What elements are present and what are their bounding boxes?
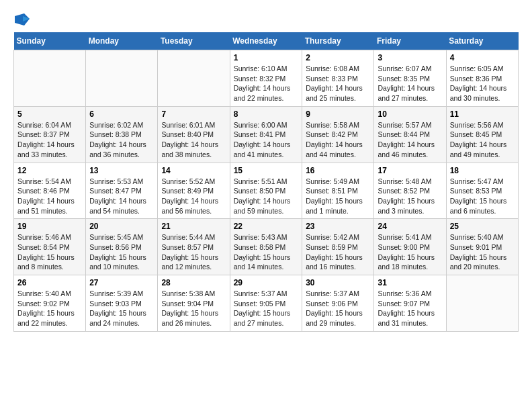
logo xyxy=(13,13,30,26)
calendar-cell: 3Sunrise: 6:07 AM Sunset: 8:35 PM Daylig… xyxy=(374,50,446,107)
day-number: 10 xyxy=(378,109,442,119)
calendar-cell: 4Sunrise: 6:05 AM Sunset: 8:36 PM Daylig… xyxy=(446,50,518,107)
cell-content: Sunrise: 5:43 AM Sunset: 8:58 PM Dayligh… xyxy=(234,232,299,272)
calendar-cell: 10Sunrise: 5:57 AM Sunset: 8:44 PM Dayli… xyxy=(374,106,446,163)
cell-content: Sunrise: 6:10 AM Sunset: 8:32 PM Dayligh… xyxy=(234,64,299,103)
week-row-5: 26Sunrise: 5:40 AM Sunset: 9:02 PM Dayli… xyxy=(14,275,519,332)
calendar-cell: 12Sunrise: 5:54 AM Sunset: 8:46 PM Dayli… xyxy=(14,163,86,219)
day-number: 23 xyxy=(306,222,370,231)
cell-content: Sunrise: 5:40 AM Sunset: 9:02 PM Dayligh… xyxy=(17,289,82,328)
day-number: 28 xyxy=(161,278,226,287)
day-number: 17 xyxy=(378,166,442,175)
cell-content: Sunrise: 5:41 AM Sunset: 9:00 PM Dayligh… xyxy=(378,232,442,272)
calendar-cell: 31Sunrise: 5:36 AM Sunset: 9:07 PM Dayli… xyxy=(374,275,446,332)
day-header-friday: Friday xyxy=(374,32,446,50)
calendar-cell: 19Sunrise: 5:46 AM Sunset: 8:54 PM Dayli… xyxy=(14,219,86,275)
day-number: 21 xyxy=(161,222,226,231)
day-number: 25 xyxy=(450,222,515,231)
day-number: 29 xyxy=(234,278,299,287)
cell-content: Sunrise: 6:00 AM Sunset: 8:41 PM Dayligh… xyxy=(234,120,299,160)
day-number: 15 xyxy=(234,166,299,175)
day-number: 19 xyxy=(17,222,82,231)
calendar-table: SundayMondayTuesdayWednesdayThursdayFrid… xyxy=(13,32,519,332)
cell-content: Sunrise: 5:58 AM Sunset: 8:42 PM Dayligh… xyxy=(306,120,370,160)
cell-content: Sunrise: 5:45 AM Sunset: 8:56 PM Dayligh… xyxy=(89,232,154,272)
cell-content: Sunrise: 5:57 AM Sunset: 8:44 PM Dayligh… xyxy=(378,120,442,160)
calendar-cell: 20Sunrise: 5:45 AM Sunset: 8:56 PM Dayli… xyxy=(86,219,158,275)
calendar-cell: 18Sunrise: 5:47 AM Sunset: 8:53 PM Dayli… xyxy=(446,163,518,219)
day-header-thursday: Thursday xyxy=(302,32,374,50)
cell-content: Sunrise: 5:48 AM Sunset: 8:52 PM Dayligh… xyxy=(378,177,442,216)
header-row: SundayMondayTuesdayWednesdayThursdayFrid… xyxy=(14,32,519,50)
week-row-2: 5Sunrise: 6:04 AM Sunset: 8:37 PM Daylig… xyxy=(14,106,519,163)
calendar-cell: 13Sunrise: 5:53 AM Sunset: 8:47 PM Dayli… xyxy=(86,163,158,219)
cell-content: Sunrise: 6:01 AM Sunset: 8:40 PM Dayligh… xyxy=(161,120,226,160)
calendar-cell: 1Sunrise: 6:10 AM Sunset: 8:32 PM Daylig… xyxy=(230,50,302,107)
day-number: 12 xyxy=(17,166,82,175)
week-row-4: 19Sunrise: 5:46 AM Sunset: 8:54 PM Dayli… xyxy=(14,219,519,275)
day-number: 7 xyxy=(161,109,226,119)
day-number: 18 xyxy=(450,166,515,175)
cell-content: Sunrise: 6:08 AM Sunset: 8:33 PM Dayligh… xyxy=(306,64,370,103)
week-row-3: 12Sunrise: 5:54 AM Sunset: 8:46 PM Dayli… xyxy=(14,163,519,219)
calendar-cell xyxy=(86,50,158,107)
cell-content: Sunrise: 6:07 AM Sunset: 8:35 PM Dayligh… xyxy=(378,64,442,103)
calendar-cell: 25Sunrise: 5:40 AM Sunset: 9:01 PM Dayli… xyxy=(446,219,518,275)
day-header-sunday: Sunday xyxy=(14,32,86,50)
calendar-cell: 9Sunrise: 5:58 AM Sunset: 8:42 PM Daylig… xyxy=(302,106,374,163)
week-row-1: 1Sunrise: 6:10 AM Sunset: 8:32 PM Daylig… xyxy=(14,50,519,107)
calendar-cell: 11Sunrise: 5:56 AM Sunset: 8:45 PM Dayli… xyxy=(446,106,518,163)
calendar-cell: 5Sunrise: 6:04 AM Sunset: 8:37 PM Daylig… xyxy=(14,106,86,163)
calendar-cell: 26Sunrise: 5:40 AM Sunset: 9:02 PM Dayli… xyxy=(14,275,86,332)
day-number: 13 xyxy=(89,166,154,175)
calendar-cell: 24Sunrise: 5:41 AM Sunset: 9:00 PM Dayli… xyxy=(374,219,446,275)
day-header-monday: Monday xyxy=(86,32,158,50)
calendar-cell: 23Sunrise: 5:42 AM Sunset: 8:59 PM Dayli… xyxy=(302,219,374,275)
day-number: 27 xyxy=(89,278,154,287)
calendar-cell: 8Sunrise: 6:00 AM Sunset: 8:41 PM Daylig… xyxy=(230,106,302,163)
logo-bird-icon xyxy=(15,13,30,26)
day-number: 26 xyxy=(17,278,82,287)
day-number: 5 xyxy=(17,109,82,119)
cell-content: Sunrise: 5:42 AM Sunset: 8:59 PM Dayligh… xyxy=(306,232,370,272)
calendar-cell: 15Sunrise: 5:51 AM Sunset: 8:50 PM Dayli… xyxy=(230,163,302,219)
cell-content: Sunrise: 5:56 AM Sunset: 8:45 PM Dayligh… xyxy=(450,120,515,160)
cell-content: Sunrise: 5:40 AM Sunset: 9:01 PM Dayligh… xyxy=(450,232,515,272)
cell-content: Sunrise: 6:05 AM Sunset: 8:36 PM Dayligh… xyxy=(450,64,515,103)
day-number: 2 xyxy=(306,53,370,62)
cell-content: Sunrise: 5:53 AM Sunset: 8:47 PM Dayligh… xyxy=(89,177,154,216)
day-number: 14 xyxy=(161,166,226,175)
day-number: 9 xyxy=(306,109,370,119)
cell-content: Sunrise: 6:02 AM Sunset: 8:38 PM Dayligh… xyxy=(89,120,154,160)
day-number: 11 xyxy=(450,109,515,119)
calendar-cell: 17Sunrise: 5:48 AM Sunset: 8:52 PM Dayli… xyxy=(374,163,446,219)
cell-content: Sunrise: 5:46 AM Sunset: 8:54 PM Dayligh… xyxy=(17,232,82,272)
calendar-cell xyxy=(446,275,518,332)
calendar-cell: 27Sunrise: 5:39 AM Sunset: 9:03 PM Dayli… xyxy=(86,275,158,332)
calendar-cell: 14Sunrise: 5:52 AM Sunset: 8:49 PM Dayli… xyxy=(158,163,230,219)
cell-content: Sunrise: 5:37 AM Sunset: 9:05 PM Dayligh… xyxy=(234,289,299,328)
calendar-cell: 28Sunrise: 5:38 AM Sunset: 9:04 PM Dayli… xyxy=(158,275,230,332)
cell-content: Sunrise: 5:38 AM Sunset: 9:04 PM Dayligh… xyxy=(161,289,226,328)
day-number: 8 xyxy=(234,109,299,119)
day-number: 1 xyxy=(234,53,299,62)
cell-content: Sunrise: 5:44 AM Sunset: 8:57 PM Dayligh… xyxy=(161,232,226,272)
calendar-cell: 21Sunrise: 5:44 AM Sunset: 8:57 PM Dayli… xyxy=(158,219,230,275)
day-number: 3 xyxy=(378,53,442,62)
cell-content: Sunrise: 5:47 AM Sunset: 8:53 PM Dayligh… xyxy=(450,177,515,216)
day-number: 31 xyxy=(378,278,442,287)
calendar-cell: 7Sunrise: 6:01 AM Sunset: 8:40 PM Daylig… xyxy=(158,106,230,163)
cell-content: Sunrise: 5:37 AM Sunset: 9:06 PM Dayligh… xyxy=(306,289,370,328)
calendar-cell: 30Sunrise: 5:37 AM Sunset: 9:06 PM Dayli… xyxy=(302,275,374,332)
cell-content: Sunrise: 6:04 AM Sunset: 8:37 PM Dayligh… xyxy=(17,120,82,160)
cell-content: Sunrise: 5:36 AM Sunset: 9:07 PM Dayligh… xyxy=(378,289,442,328)
day-number: 6 xyxy=(89,109,154,119)
day-number: 24 xyxy=(378,222,442,231)
calendar-cell xyxy=(14,50,86,107)
day-header-saturday: Saturday xyxy=(446,32,518,50)
cell-content: Sunrise: 5:51 AM Sunset: 8:50 PM Dayligh… xyxy=(234,177,299,216)
day-number: 22 xyxy=(234,222,299,231)
calendar-cell: 22Sunrise: 5:43 AM Sunset: 8:58 PM Dayli… xyxy=(230,219,302,275)
calendar-cell: 2Sunrise: 6:08 AM Sunset: 8:33 PM Daylig… xyxy=(302,50,374,107)
calendar-cell: 6Sunrise: 6:02 AM Sunset: 8:38 PM Daylig… xyxy=(86,106,158,163)
